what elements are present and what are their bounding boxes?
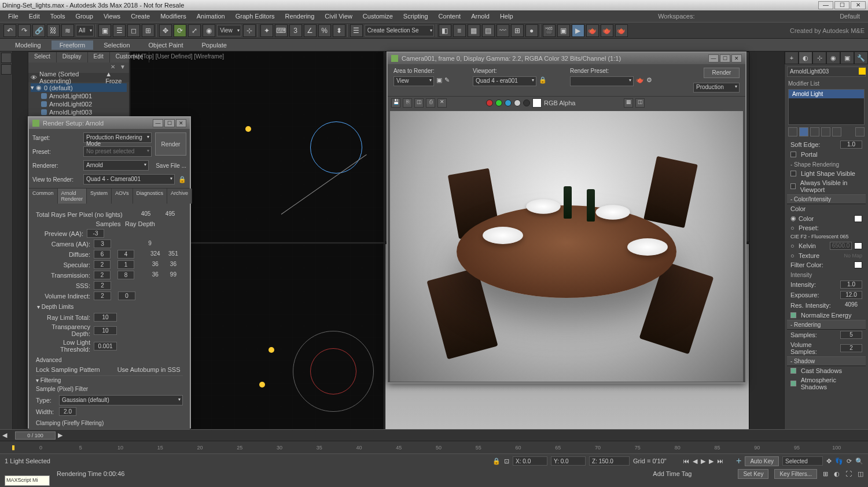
add-time-tag[interactable]: Add Time Tag xyxy=(653,470,692,477)
dialog-titlebar[interactable]: Camera001, frame 0, Display Gamma: 2.2, … xyxy=(388,53,745,64)
modifier-stack[interactable]: Arnold Light xyxy=(788,89,865,125)
manipulate-icon[interactable]: ✦ xyxy=(260,24,273,37)
minimize-button[interactable]: — xyxy=(153,119,163,127)
color-swatch[interactable] xyxy=(532,98,542,108)
preset-label[interactable]: Preset: xyxy=(799,224,862,231)
kelvin-input[interactable]: 6500.0 xyxy=(830,242,852,250)
copy-icon[interactable]: ⎘ xyxy=(403,98,412,108)
utilities-tab-icon[interactable]: 🔧 xyxy=(854,51,868,64)
mono-channel-icon[interactable] xyxy=(523,99,530,106)
scene-tab-select[interactable]: Select xyxy=(28,52,57,62)
tab-system[interactable]: System xyxy=(87,189,112,204)
menu-animation[interactable]: Animation xyxy=(192,12,230,21)
green-channel-icon[interactable] xyxy=(495,99,502,106)
key-mode-dropdown[interactable]: Selected xyxy=(782,456,823,466)
spinner-input[interactable]: 10 xyxy=(94,326,117,335)
nav-walk-icon[interactable]: 👣 xyxy=(835,458,843,465)
material-icon[interactable]: ● xyxy=(525,24,538,37)
redo-icon[interactable]: ↷ xyxy=(18,24,31,37)
view-dropdown[interactable]: Quad 4 - Camera001 xyxy=(83,174,175,185)
obj-color-swatch[interactable] xyxy=(859,68,866,75)
menu-help[interactable]: Help xyxy=(495,12,518,21)
spinner-input[interactable]: 2 xyxy=(94,260,111,269)
renderer-dropdown[interactable]: Arnold xyxy=(83,160,149,171)
menu-customize[interactable]: Customize xyxy=(358,12,398,21)
spinner-input[interactable]: 1.0 xyxy=(840,141,862,149)
config-icon[interactable] xyxy=(855,127,865,136)
texture-label[interactable]: Texture xyxy=(799,252,841,259)
close-button[interactable]: ✕ xyxy=(176,119,186,127)
spinner-input[interactable]: 2 xyxy=(840,344,862,352)
left-tool-icon[interactable] xyxy=(1,53,12,63)
restore-button[interactable]: ☐ xyxy=(720,54,730,62)
slider-next-icon[interactable]: ▶ xyxy=(56,431,65,439)
render-frame-icon[interactable]: ▣ xyxy=(557,24,570,37)
restore-button[interactable]: ☐ xyxy=(164,119,175,127)
minimize-button[interactable]: — xyxy=(708,54,719,62)
menu-scripting[interactable]: Scripting xyxy=(399,12,433,21)
make-unique-icon[interactable] xyxy=(810,127,819,136)
mirror-icon[interactable]: ◧ xyxy=(439,24,451,37)
production-dropdown[interactable]: Production xyxy=(693,83,740,93)
create-tab-icon[interactable]: + xyxy=(785,51,799,64)
red-channel-icon[interactable] xyxy=(486,99,493,106)
spinner-input[interactable]: 4 xyxy=(117,250,134,259)
scene-tab-edit[interactable]: Edit xyxy=(88,52,110,62)
ribbon-selection[interactable]: Selection xyxy=(95,40,138,50)
menu-civil-view[interactable]: Civil View xyxy=(320,12,356,21)
curve-editor-icon[interactable]: 〰 xyxy=(496,24,509,37)
normalize-checkbox[interactable] xyxy=(790,312,796,318)
maxscript-listener[interactable]: MAXScript Mi xyxy=(5,475,50,486)
rollout-header[interactable]: Filtering xyxy=(36,375,183,385)
time-slider[interactable]: ◀ 0 / 100 ▶ xyxy=(0,429,868,441)
spinner-snap-icon[interactable]: ⬍ xyxy=(333,24,345,37)
preset-value[interactable]: CIE F2 - Fluorescent 065 xyxy=(790,234,862,239)
filtercolor-swatch[interactable] xyxy=(854,261,862,268)
menu-tools[interactable]: Tools xyxy=(46,12,70,21)
menu-group[interactable]: Group xyxy=(71,12,98,21)
named-sel-icon[interactable]: ☰ xyxy=(350,24,363,37)
track-bar[interactable]: ▮ 0 5 10 15 20 25 30 35 40 45 50 55 60 6… xyxy=(0,441,868,453)
settings-icon[interactable]: ⚙ xyxy=(646,76,652,86)
teapot2-icon[interactable]: 🫖 xyxy=(601,24,613,37)
bind-icon[interactable]: ≋ xyxy=(61,24,74,37)
color-radio-label[interactable]: Color xyxy=(799,215,852,222)
spinner-input[interactable]: 12.0 xyxy=(840,291,862,299)
unlink-icon[interactable]: ⛓ xyxy=(47,24,60,37)
minimize-button[interactable]: — xyxy=(818,1,833,9)
slider-prev-icon[interactable]: ◀ xyxy=(0,431,9,439)
show-end-result-icon[interactable] xyxy=(799,127,808,136)
y-coord-field[interactable]: Y: 0.0 xyxy=(551,456,586,466)
cast-shadows-checkbox[interactable] xyxy=(790,368,796,374)
spinner-input[interactable]: 3 xyxy=(94,239,111,248)
spinner-input[interactable]: 8 xyxy=(117,271,134,279)
avv-checkbox[interactable] xyxy=(790,183,796,189)
lock-icon[interactable]: 🔒 xyxy=(539,76,547,86)
selection-filter-dropdown[interactable]: All xyxy=(76,25,94,36)
section-header[interactable]: Depth Limits xyxy=(36,302,183,311)
placement-icon[interactable]: ◉ xyxy=(203,24,215,37)
area-dropdown[interactable]: View xyxy=(393,76,434,86)
scale-icon[interactable]: ⤢ xyxy=(188,24,201,37)
tree-item-light[interactable]: ArnoldLight002 xyxy=(31,100,127,108)
menu-modifiers[interactable]: Modifiers xyxy=(156,12,191,21)
modify-tab-icon[interactable]: ◐ xyxy=(799,51,812,64)
nav-fov-icon[interactable]: ◐ xyxy=(834,470,840,478)
layers-icon[interactable]: ▦ xyxy=(468,24,480,37)
clone-icon[interactable]: ◫ xyxy=(414,98,424,108)
atmo-shadows-checkbox[interactable] xyxy=(790,381,796,386)
snap-icon[interactable]: 3 xyxy=(289,24,302,37)
keyfilters-button[interactable]: Key Filters... xyxy=(774,469,817,479)
time-slider-handle[interactable]: 0 / 100 xyxy=(15,431,56,440)
ref-coord-dropdown[interactable]: View xyxy=(217,25,241,36)
rotate-icon[interactable]: ⟳ xyxy=(174,24,186,37)
nav-region-icon[interactable]: ◫ xyxy=(858,470,863,478)
menu-views[interactable]: Views xyxy=(99,12,125,21)
named-sel-dropdown[interactable]: Create Selection Se xyxy=(365,25,434,36)
kelvin-swatch[interactable] xyxy=(854,242,862,249)
preset-dropdown[interactable] xyxy=(570,76,634,86)
rollout-header[interactable]: Rendering xyxy=(787,320,866,330)
ribbon-modeling[interactable]: Modeling xyxy=(7,40,49,50)
rollout-header[interactable]: Shadow xyxy=(787,356,866,366)
viewport-dropdown[interactable]: Quad 4 - era001 xyxy=(473,76,536,86)
